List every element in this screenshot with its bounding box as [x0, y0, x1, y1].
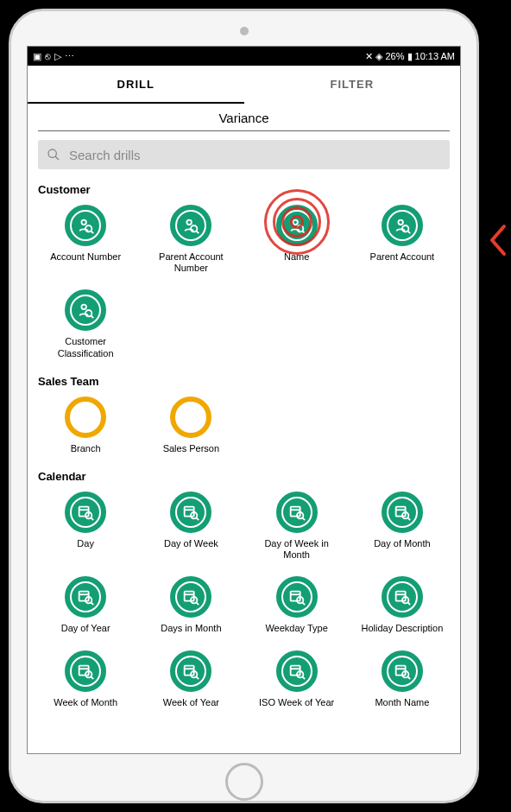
drill-weekday-type[interactable]: Weekday Type	[246, 573, 348, 643]
drill-label: Days in Month	[161, 623, 221, 634]
person-search-icon	[382, 205, 423, 246]
battery-icon: ▮	[407, 51, 413, 62]
svg-line-7	[197, 231, 199, 233]
drill-account-number[interactable]: Account Number	[35, 201, 136, 282]
drill-label: Day of Month	[374, 538, 430, 549]
drill-week-of-month[interactable]: Week of Month	[35, 647, 136, 717]
drill-holiday-description[interactable]: Holiday Description	[351, 573, 453, 643]
calendar-search-icon	[65, 576, 106, 618]
drill-label: Name	[284, 251, 309, 263]
person-search-icon	[65, 289, 106, 331]
svg-line-24	[197, 517, 199, 520]
section-sales-team-grid: Branch Sales Person	[35, 393, 453, 463]
section-calendar-title: Calendar	[38, 470, 450, 483]
drill-label: Month Name	[375, 697, 429, 708]
svg-line-36	[91, 603, 94, 606]
calendar-search-icon	[276, 576, 318, 618]
drill-customer-classification[interactable]: Customer Classification	[35, 286, 136, 367]
drill-name[interactable]: Name	[246, 201, 348, 282]
drill-label: Customer Classification	[42, 336, 129, 358]
drill-label: Parent Account Number	[148, 251, 234, 274]
drill-label: Day	[77, 538, 94, 549]
search-input[interactable]	[69, 148, 441, 162]
drill-label: Sales Person	[163, 443, 219, 454]
calendar-search-icon	[382, 576, 423, 618]
more-icon: ⋯	[65, 51, 74, 62]
drill-iso-week-of-year[interactable]: ISO Week of Year	[246, 647, 348, 717]
tab-filter[interactable]: FILTER	[244, 66, 461, 104]
tablet-camera	[240, 27, 249, 35]
svg-rect-41	[290, 592, 300, 601]
svg-point-3	[85, 225, 91, 232]
calendar-search-icon	[65, 650, 106, 692]
svg-point-15	[85, 310, 91, 316]
drill-parent-account-number[interactable]: Parent Account Number	[140, 201, 242, 282]
calendar-search-icon	[170, 492, 211, 533]
svg-line-28	[302, 517, 305, 520]
svg-point-5	[187, 220, 192, 225]
svg-point-11	[398, 220, 403, 225]
drill-day-of-week[interactable]: Day of Week	[140, 488, 242, 569]
svg-line-56	[197, 676, 199, 679]
svg-point-12	[402, 225, 408, 232]
drill-label: Parent Account	[370, 251, 435, 263]
svg-rect-29	[396, 507, 406, 517]
svg-point-6	[191, 225, 197, 232]
drill-day-of-week-in-month[interactable]: Day of Week in Month	[246, 488, 348, 569]
drill-day-of-year[interactable]: Day of Year	[35, 573, 136, 643]
svg-line-52	[91, 676, 94, 679]
tablet-frame: ▣ ⎋ ▷ ⋯ ✕ ◈ 26% ▮ 10:13 AM DRILL FILTER …	[9, 9, 479, 803]
calendar-search-icon	[65, 492, 106, 533]
svg-line-10	[302, 231, 305, 233]
drill-label: Day of Week in Month	[254, 538, 340, 561]
drill-label: Week of Year	[163, 697, 219, 708]
svg-point-8	[293, 220, 298, 225]
svg-rect-21	[185, 507, 194, 517]
svg-line-48	[407, 603, 410, 606]
status-bar: ▣ ⎋ ▷ ⋯ ✕ ◈ 26% ▮ 10:13 AM	[28, 47, 460, 66]
svg-rect-49	[79, 665, 89, 675]
svg-rect-33	[79, 592, 89, 601]
drill-parent-account[interactable]: Parent Account	[351, 201, 453, 282]
picture-icon: ▣	[33, 51, 41, 62]
svg-line-13	[407, 231, 410, 233]
svg-line-1	[55, 156, 59, 160]
svg-rect-45	[396, 592, 406, 601]
section-customer-title: Customer	[38, 183, 450, 196]
drill-branch[interactable]: Branch	[35, 393, 136, 463]
svg-rect-57	[290, 665, 300, 675]
person-search-icon	[276, 205, 318, 246]
drill-label: Account Number	[50, 251, 121, 263]
drill-week-of-year[interactable]: Week of Year	[140, 647, 242, 717]
drill-month-name[interactable]: Month Name	[351, 647, 453, 717]
drill-label: Week of Month	[54, 697, 117, 708]
svg-line-4	[91, 231, 94, 233]
drill-day[interactable]: Day	[35, 488, 136, 569]
drill-label: Day of Week	[164, 538, 218, 549]
search-icon	[47, 148, 60, 162]
drill-list: Customer Account Number Parent Account N…	[28, 176, 460, 753]
person-search-icon	[170, 205, 211, 246]
svg-line-64	[407, 676, 410, 679]
tab-drill[interactable]: DRILL	[28, 66, 244, 104]
wifi-icon: ◈	[375, 51, 382, 62]
svg-line-20	[91, 517, 94, 520]
section-customer-grid: Account Number Parent Account Number Na	[35, 201, 453, 368]
vibrate-icon: ✕	[365, 51, 373, 62]
svg-rect-17	[79, 507, 89, 517]
play-icon: ▷	[54, 51, 61, 62]
status-right-icons: ✕ ◈ 26% ▮ 10:13 AM	[365, 51, 455, 62]
svg-rect-61	[396, 665, 406, 675]
drill-label: Weekday Type	[265, 623, 327, 634]
svg-line-16	[91, 316, 94, 319]
calendar-search-icon	[170, 650, 211, 692]
section-sales-team-title: Sales Team	[38, 375, 450, 388]
svg-line-60	[302, 676, 305, 679]
drill-sales-person[interactable]: Sales Person	[140, 393, 242, 463]
drill-days-in-month[interactable]: Days in Month	[140, 573, 242, 643]
calendar-search-icon	[382, 650, 423, 692]
drill-day-of-month[interactable]: Day of Month	[351, 488, 453, 569]
svg-point-0	[48, 149, 56, 157]
home-button[interactable]	[225, 763, 263, 801]
search-box[interactable]	[38, 140, 450, 169]
